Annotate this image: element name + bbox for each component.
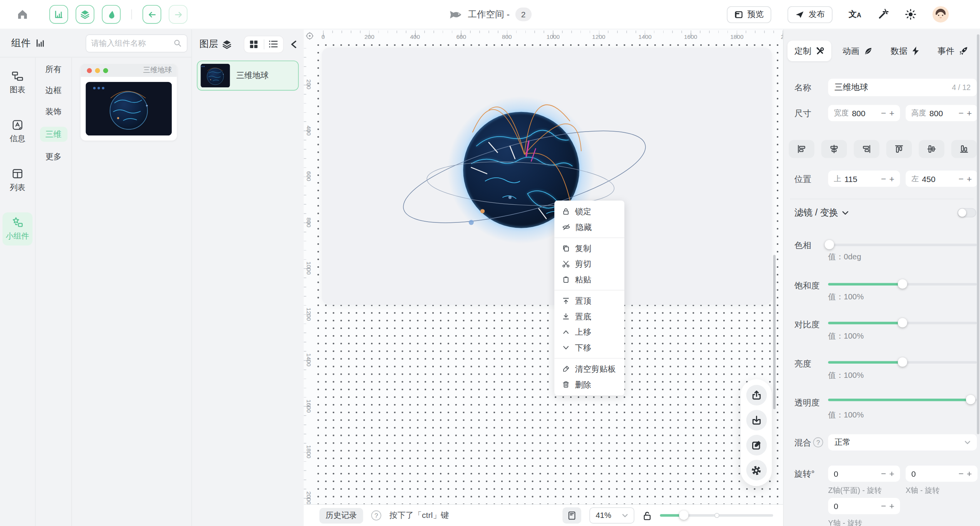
collapse-layers-button[interactable] [288, 40, 300, 48]
filter-section-title[interactable]: 滤镜 / 变换 [794, 207, 849, 219]
layer-item-3d-earth[interactable]: 三维地球 [197, 61, 299, 91]
hue-slider[interactable] [828, 244, 977, 246]
menu-item-move-down[interactable]: 下移 [554, 340, 624, 356]
component-search-input[interactable] [91, 39, 173, 48]
theme-filter-button[interactable] [102, 5, 121, 24]
settings-scrollbar[interactable] [977, 34, 979, 434]
menu-item-send-to-bottom[interactable]: 置底 [554, 309, 624, 324]
rotate-y-increase-button[interactable]: + [889, 502, 894, 511]
redo-button[interactable] [169, 5, 187, 24]
ruler-origin-icon[interactable] [306, 32, 314, 40]
menu-item-copy[interactable]: 复制 [554, 240, 624, 256]
export-button[interactable] [746, 385, 767, 406]
align-center-horizontal-button[interactable] [821, 140, 847, 158]
filter-all[interactable]: 所有 [40, 63, 67, 75]
height-decrease-button[interactable]: − [958, 109, 963, 118]
workspace-count-badge[interactable]: 2 [515, 7, 532, 21]
history-panel-button[interactable] [562, 507, 581, 523]
hue-slider-handle[interactable] [825, 240, 834, 249]
align-middle-vertical-button[interactable] [919, 140, 945, 158]
filter-toggle[interactable] [958, 208, 977, 217]
user-avatar[interactable] [933, 6, 949, 22]
width-decrease-button[interactable]: − [881, 109, 886, 118]
filter-decorations[interactable]: 装饰 [40, 105, 67, 118]
align-bottom-button[interactable] [951, 140, 977, 158]
align-top-button[interactable] [886, 140, 912, 158]
filter-more[interactable]: 更多 [40, 150, 67, 163]
header-right: 预览 发布 文A [727, 6, 949, 23]
menu-item-move-up[interactable]: 上移 [554, 324, 624, 340]
workspace-title-text: 工作空间 - [468, 8, 510, 20]
tab-customize[interactable]: 定制 [788, 41, 831, 62]
brightness-slider[interactable] [828, 361, 977, 364]
settings-button[interactable] [746, 460, 767, 481]
zoom-slider-handle[interactable] [679, 511, 688, 520]
menu-item-hide[interactable]: 隐藏 [554, 219, 624, 235]
import-button[interactable] [746, 410, 767, 431]
menu-item-bring-to-top[interactable]: 置顶 [554, 293, 624, 309]
category-widgets[interactable]: 小组件 [2, 212, 32, 245]
magic-wand-icon[interactable] [878, 9, 889, 20]
name-input[interactable] [835, 83, 952, 92]
search-icon[interactable] [173, 39, 182, 48]
vertical-ruler[interactable]: 200 400 600 800 1000 1200 1400 1600 1800… [304, 41, 314, 504]
theme-brightness-icon[interactable] [905, 9, 916, 20]
left-decrease-button[interactable]: − [958, 174, 963, 183]
brightness-slider-handle[interactable] [898, 357, 907, 367]
list-view-button[interactable] [264, 40, 283, 48]
category-info[interactable]: 信息 [2, 115, 32, 148]
chart-mode-button[interactable] [49, 5, 68, 24]
category-charts[interactable]: 图表 [2, 66, 32, 99]
blend-select[interactable]: 正常 [828, 434, 977, 450]
opacity-slider[interactable] [828, 399, 977, 401]
rotate-z-decrease-button[interactable]: − [881, 469, 886, 478]
zoom-slider[interactable] [660, 514, 773, 516]
tab-data[interactable]: 数据 [884, 41, 926, 62]
menu-item-delete[interactable]: 删除 [554, 377, 624, 392]
canvas-vertical-scrollbar[interactable] [773, 255, 776, 409]
contrast-slider[interactable] [828, 322, 977, 324]
top-decrease-button[interactable]: − [881, 174, 886, 183]
component-card-3d-earth[interactable]: 三维地球 [80, 64, 177, 141]
left-increase-button[interactable]: + [967, 174, 972, 183]
opacity-slider-handle[interactable] [966, 395, 975, 404]
home-icon[interactable] [16, 8, 28, 20]
top-increase-button[interactable]: + [889, 174, 894, 183]
edit-button[interactable] [746, 435, 767, 456]
align-left-button[interactable] [789, 140, 814, 158]
menu-item-cut[interactable]: 剪切 [554, 256, 624, 272]
rotate-y-decrease-button[interactable]: − [881, 502, 886, 511]
publish-button[interactable]: 发布 [788, 6, 833, 23]
rotate-x-increase-button[interactable]: + [967, 469, 972, 478]
zoom-select[interactable]: 41% [589, 507, 634, 523]
tab-animation[interactable]: 动画 [836, 41, 880, 62]
undo-button[interactable] [142, 5, 161, 24]
contrast-slider-handle[interactable] [898, 318, 907, 327]
horizontal-ruler[interactable]: 0 200 400 600 800 1000 1200 1400 1600 18… [314, 31, 783, 42]
canvas-area[interactable]: 0 200 400 600 800 1000 1200 1400 1600 18… [304, 29, 783, 526]
blend-help-icon[interactable]: ? [813, 437, 823, 448]
preview-button[interactable]: 预览 [727, 6, 771, 23]
filter-3d[interactable]: 三维 [40, 127, 67, 142]
translate-icon[interactable]: 文A [849, 9, 861, 20]
saturation-slider-handle[interactable] [898, 279, 907, 289]
menu-item-clear-clipboard[interactable]: 清空剪贴板 [554, 361, 624, 377]
rotate-x-decrease-button[interactable]: − [958, 469, 963, 478]
history-button[interactable]: 历史记录 [319, 508, 363, 523]
menu-divider [554, 237, 624, 238]
menu-item-paste[interactable]: 粘贴 [554, 272, 624, 287]
menu-item-lock[interactable]: 锁定 [554, 204, 624, 219]
help-icon[interactable]: ? [371, 511, 381, 521]
filter-borders[interactable]: 边框 [40, 84, 67, 97]
layers-mode-button[interactable] [75, 5, 94, 24]
height-increase-button[interactable]: + [967, 109, 972, 118]
grid-view-button[interactable] [244, 40, 264, 48]
rotate-z-increase-button[interactable]: + [889, 469, 894, 478]
align-right-button[interactable] [854, 140, 880, 158]
tab-events[interactable]: 事件 [931, 41, 975, 62]
category-tables[interactable]: 列表 [2, 164, 32, 197]
width-increase-button[interactable]: + [889, 109, 894, 118]
unlock-icon[interactable] [642, 510, 652, 521]
width-stepper: 宽度 800 − + [828, 105, 900, 121]
saturation-slider[interactable] [828, 283, 977, 286]
